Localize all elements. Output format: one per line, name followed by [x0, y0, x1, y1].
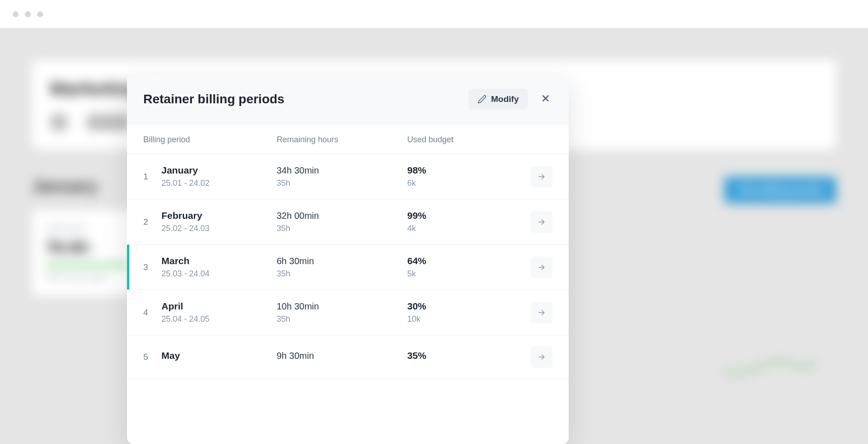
budget-amount: 10k: [407, 314, 523, 324]
budget-percent: 35%: [407, 350, 523, 361]
modify-button-label: Modify: [491, 94, 519, 104]
budget-percent: 98%: [407, 165, 523, 176]
row-index: 3: [143, 262, 161, 272]
budget-amount: 4k: [407, 224, 523, 233]
bg-used-hours-unit: h: [89, 242, 96, 256]
bg-used-hours-value: 76:00: [45, 238, 87, 257]
cell-budget: 30% 10k: [407, 301, 523, 324]
hours-used: 34h 30min: [277, 165, 407, 176]
cell-period: February 25.02 - 24.03: [161, 210, 277, 233]
period-name: April: [161, 301, 277, 312]
row-index: 5: [143, 352, 161, 362]
chrome-dot: [13, 11, 19, 17]
cell-budget: 35%: [407, 350, 523, 364]
chrome-dot: [25, 11, 31, 17]
budget-percent: 64%: [407, 256, 523, 266]
arrow-right-icon: [537, 263, 546, 272]
arrow-right-icon: [537, 172, 546, 181]
table-row[interactable]: 1 January 25.01 - 24.02 34h 30min 35h 98…: [127, 154, 569, 199]
table-header: Billing period Remaining hours Used budg…: [127, 124, 569, 154]
modal-title: Retainer billing periods: [143, 92, 284, 106]
hours-used: 6h 30min: [277, 256, 407, 266]
cell-budget: 99% 4k: [407, 210, 523, 233]
cell-period: May: [161, 350, 277, 364]
close-icon: [541, 93, 551, 103]
cell-hours: 6h 30min 35h: [277, 256, 407, 279]
cell-hours: 10h 30min 35h: [277, 301, 407, 324]
arrow-right-icon: [537, 217, 546, 227]
table-row[interactable]: 4 April 25.04 - 24.05 10h 30min 35h 30% …: [127, 290, 569, 335]
cell-period: April 25.04 - 24.05: [161, 301, 277, 324]
hours-total: 35h: [277, 179, 407, 188]
table-row[interactable]: 2 February 25.02 - 24.03 32h 00min 35h 9…: [127, 199, 569, 245]
period-dates: 25.04 - 24.05: [161, 314, 277, 324]
period-dates: 25.01 - 24.02: [161, 179, 277, 188]
cell-hours: 32h 00min 35h: [277, 211, 407, 233]
bg-sparkline: [723, 353, 814, 381]
table-row[interactable]: 5 May 9h 30min 35%: [127, 335, 569, 379]
row-open-button[interactable]: [531, 166, 552, 188]
column-header-budget: Used budget: [407, 135, 523, 145]
cell-budget: 98% 6k: [407, 165, 523, 188]
cell-budget: 64% 5k: [407, 256, 523, 279]
cell-period: January 25.01 - 24.02: [161, 165, 277, 188]
modify-button[interactable]: Modify: [468, 89, 528, 110]
row-open-button[interactable]: [531, 302, 552, 323]
close-button[interactable]: [539, 92, 552, 106]
bg-view-billing-button[interactable]: View billing periods: [724, 177, 836, 203]
chrome-dot: [37, 11, 43, 17]
hours-used: 10h 30min: [277, 301, 407, 312]
arrow-right-icon: [537, 352, 546, 362]
period-dates: 25.03 - 24.04: [161, 269, 277, 279]
budget-amount: 5k: [407, 269, 523, 279]
budget-amount: 6k: [407, 179, 523, 188]
row-open-button[interactable]: [531, 346, 552, 368]
hours-total: 35h: [277, 314, 407, 324]
row-open-button[interactable]: [531, 256, 552, 278]
browser-chrome: [0, 0, 868, 28]
billing-periods-modal: Retainer billing periods Modify Billing …: [127, 74, 569, 444]
hours-used: 9h 30min: [277, 351, 407, 361]
budget-percent: 30%: [407, 301, 523, 312]
cell-hours: 9h 30min: [277, 351, 407, 364]
period-name: May: [161, 350, 277, 361]
hours-used: 32h 00min: [277, 211, 407, 221]
modal-header: Retainer billing periods Modify: [127, 74, 569, 124]
row-index: 4: [143, 308, 161, 318]
column-header-hours: Remaining hours: [277, 135, 407, 145]
row-index: 1: [143, 172, 161, 182]
app-background: Marketing re January Used hours 76:00 h: [0, 28, 868, 444]
table-body: 1 January 25.01 - 24.02 34h 30min 35h 98…: [127, 154, 569, 444]
table-row[interactable]: 3 March 25.03 - 24.04 6h 30min 35h 64% 5…: [127, 245, 569, 290]
hours-total: 35h: [277, 269, 407, 279]
budget-percent: 99%: [407, 210, 523, 221]
row-index: 2: [143, 217, 161, 227]
cell-period: March 25.03 - 24.04: [161, 256, 277, 279]
period-name: February: [161, 210, 277, 221]
column-header-period: Billing period: [143, 135, 277, 145]
cell-hours: 34h 30min 35h: [277, 165, 407, 188]
row-open-button[interactable]: [531, 211, 552, 233]
period-name: January: [161, 165, 277, 176]
arrow-right-icon: [537, 308, 546, 317]
pencil-icon: [478, 95, 487, 104]
period-dates: 25.02 - 24.03: [161, 224, 277, 233]
hours-total: 35h: [277, 224, 407, 233]
period-name: March: [161, 256, 277, 266]
